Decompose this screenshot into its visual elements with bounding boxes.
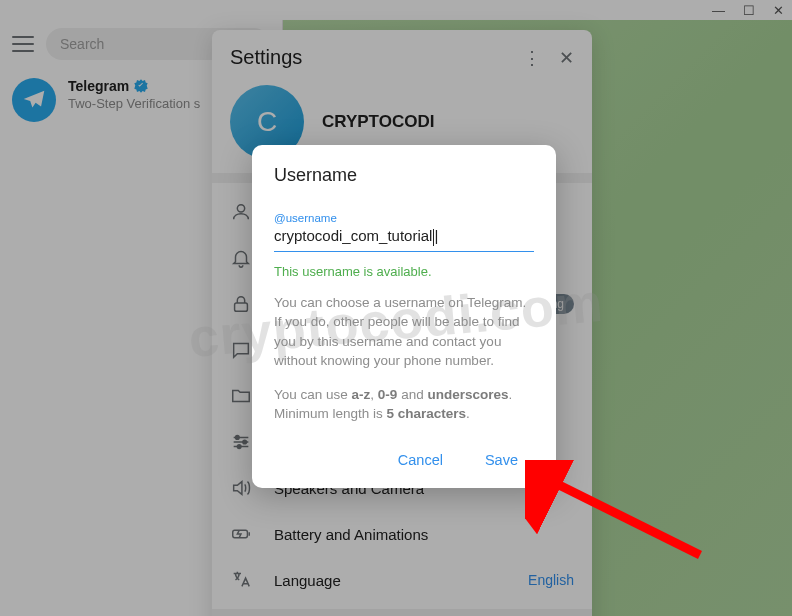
dialog-title: Username <box>274 165 534 186</box>
save-button[interactable]: Save <box>469 442 534 478</box>
cancel-button[interactable]: Cancel <box>382 442 459 478</box>
username-status: This username is available. <box>274 264 534 279</box>
username-dialog: Username @username cryptocodi_com_tutori… <box>252 145 556 488</box>
username-field-label: @username <box>274 212 534 224</box>
username-help-2: You can use a-z, 0-9 and underscores. Mi… <box>274 385 534 424</box>
username-help-1: You can choose a username on Telegram. I… <box>274 293 534 371</box>
username-input[interactable]: cryptocodi_com_tutorial <box>274 224 534 252</box>
